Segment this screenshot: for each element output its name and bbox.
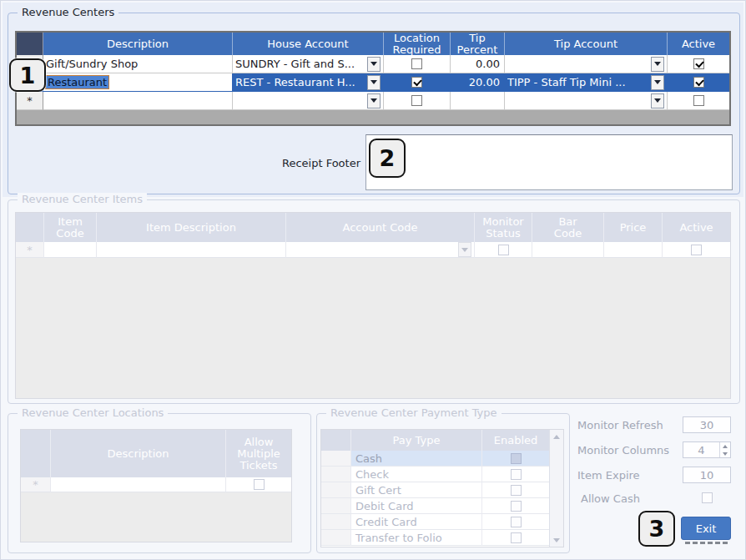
- row-header-corner-cell: [17, 33, 43, 55]
- row-header-cell: [321, 482, 351, 498]
- enabled-checkbox: [511, 469, 522, 480]
- column-header-description[interactable]: Description: [43, 33, 233, 55]
- location-required-cell[interactable]: [384, 55, 451, 73]
- active-checkbox[interactable]: [693, 77, 704, 88]
- active-cell[interactable]: [668, 73, 729, 92]
- annotation-marker-2: 2: [369, 139, 406, 178]
- tip-account-dropdown-button[interactable]: [651, 75, 664, 90]
- description-cell[interactable]: [43, 92, 233, 110]
- row-header-cell: [321, 514, 351, 530]
- monitor-status-cell: [475, 242, 532, 258]
- column-header-bar-code: Bar Code: [532, 213, 604, 242]
- active-checkbox[interactable]: [693, 58, 704, 69]
- location-required-cell[interactable]: [384, 73, 451, 92]
- tip-percent-cell[interactable]: 20.00: [451, 73, 505, 92]
- description-selected-text: Restaurant: [46, 76, 108, 88]
- scroll-up-button: [550, 430, 563, 443]
- account-code-dropdown-button: [458, 242, 471, 257]
- account-code-cell: [286, 242, 475, 258]
- annotation-marker-3: 3: [638, 511, 675, 547]
- house-account-dropdown-button[interactable]: [367, 75, 381, 90]
- pay-type-cell: Check: [351, 467, 482, 482]
- revenue-center-locations-group-label: Revenue Center Locations: [18, 406, 168, 419]
- column-header-account-code: Account Code: [286, 213, 475, 242]
- row-header-cell: [321, 467, 351, 482]
- location-required-checkbox[interactable]: [411, 77, 422, 88]
- active-cell[interactable]: [668, 55, 729, 73]
- price-cell: [604, 242, 663, 258]
- receipt-footer-input[interactable]: [365, 134, 733, 190]
- scroll-down-button: [550, 533, 563, 547]
- house-account-dropdown-button[interactable]: [367, 57, 381, 72]
- allow-multiple-tickets-cell: [226, 477, 291, 492]
- tip-percent-cell[interactable]: [451, 92, 505, 110]
- spinner-down-button: [720, 450, 730, 457]
- tip-percent-cell[interactable]: 0.00: [451, 55, 505, 73]
- revenue-centers-grid[interactable]: Description House Account Location Requi…: [15, 31, 731, 126]
- column-header-tip-percent[interactable]: Tip Percent: [451, 33, 505, 55]
- enabled-checkbox: [511, 485, 522, 496]
- pay-type-cell: Transfer to Folio: [351, 530, 482, 546]
- column-header-tip-account[interactable]: Tip Account: [505, 33, 668, 55]
- table-row[interactable]: Gift/Sundry Shop SUNDRY - Gift and S... …: [17, 55, 729, 73]
- bar-code-cell: [532, 242, 604, 258]
- active-checkbox[interactable]: [693, 95, 704, 106]
- column-header-location-required[interactable]: Location Required: [384, 33, 451, 55]
- tip-account-value: TIPP - Staff Tip Mini ...: [507, 76, 626, 88]
- tip-account-cell[interactable]: [505, 92, 668, 110]
- house-account-cell[interactable]: [233, 92, 384, 110]
- enabled-cell: [482, 482, 549, 498]
- enabled-cell: [482, 514, 549, 530]
- payment-row-debit-card: Debit Card: [321, 498, 549, 514]
- allow-multiple-tickets-checkbox: [254, 479, 265, 490]
- house-account-value: REST - Restaurant H...: [235, 76, 355, 88]
- column-header-price: Price: [604, 213, 663, 242]
- location-required-checkbox[interactable]: [411, 95, 422, 106]
- row-header-cell: [321, 498, 351, 514]
- tip-account-dropdown-button[interactable]: [651, 93, 664, 108]
- row-header-corner-cell: [21, 430, 51, 477]
- column-header-item-code: Item Code: [44, 213, 97, 242]
- new-row: *: [21, 477, 291, 492]
- house-account-cell[interactable]: REST - Restaurant H...: [233, 73, 384, 92]
- column-header-active[interactable]: Active: [668, 33, 729, 55]
- tip-account-cell[interactable]: TIPP - Staff Tip Mini ...: [505, 73, 668, 92]
- description-cell-editing[interactable]: Restaurant: [43, 73, 233, 92]
- row-header-cell: [321, 451, 351, 467]
- monitor-columns-field: 4: [683, 441, 731, 458]
- new-row[interactable]: *: [17, 92, 729, 110]
- enabled-checkbox: [511, 453, 522, 464]
- location-required-cell[interactable]: [384, 92, 451, 110]
- revenue-center-locations-grid: Description Allow Multiple Tickets *: [20, 429, 292, 542]
- enabled-cell: [482, 530, 549, 546]
- pay-type-cell: Debit Card: [351, 498, 482, 514]
- new-row-indicator: *: [16, 242, 44, 258]
- payment-grid-header: Pay Type Enabled: [321, 430, 549, 451]
- items-grid-header: Item Code Item Description Account Code …: [16, 213, 730, 242]
- tip-account-cell[interactable]: [505, 55, 668, 73]
- arrow-up-icon: [553, 435, 560, 439]
- item-expire-field: 10: [683, 467, 731, 483]
- location-required-checkbox[interactable]: [411, 58, 422, 69]
- revenue-center-payment-type-group: Revenue Center Payment Type Pay Type Ena…: [316, 413, 570, 553]
- new-row-indicator: *: [21, 477, 51, 492]
- enabled-cell: [482, 451, 549, 467]
- active-cell[interactable]: [668, 92, 729, 110]
- column-header-house-account[interactable]: House Account: [233, 33, 384, 55]
- payment-row-cash: Cash: [321, 451, 549, 467]
- enabled-checkbox: [511, 517, 522, 527]
- column-header-item-description: Item Description: [97, 213, 286, 242]
- exit-button[interactable]: Exit: [681, 517, 731, 540]
- column-header-monitor-status: Monitor Status: [475, 213, 532, 242]
- revenue-center-payment-type-group-label: Revenue Center Payment Type: [326, 406, 502, 419]
- vertical-scrollbar: [549, 430, 563, 547]
- description-cell: [51, 477, 226, 492]
- revenue-centers-group-label: Revenue Centers: [18, 6, 118, 18]
- house-account-dropdown-button[interactable]: [367, 93, 381, 108]
- description-cell[interactable]: Gift/Sundry Shop: [43, 55, 233, 73]
- tip-account-dropdown-button[interactable]: [651, 57, 664, 72]
- new-row-indicator: *: [17, 92, 43, 110]
- allow-cash-checkbox: [702, 492, 713, 503]
- table-row-selected[interactable]: Restaurant REST - Restaurant H... 20.00 …: [17, 73, 729, 92]
- house-account-cell[interactable]: SUNDRY - Gift and S...: [233, 55, 384, 73]
